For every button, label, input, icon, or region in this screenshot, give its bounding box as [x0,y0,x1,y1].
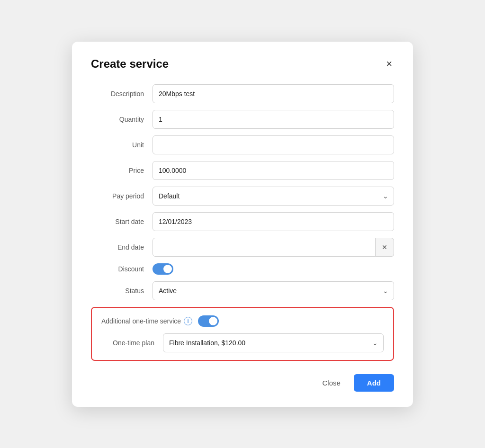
modal-footer: Close Add [91,374,394,392]
additional-info-icon: i [184,317,192,325]
status-select-wrapper: Active Inactive Suspended ⌄ [153,281,394,300]
start-date-row: Start date [91,212,394,231]
modal-title: Create service [91,57,169,71]
end-date-clear-button[interactable]: ✕ [375,238,394,257]
close-button[interactable]: Close [314,375,348,391]
end-date-clear-icon: ✕ [382,243,387,251]
end-date-input[interactable] [153,238,394,257]
end-date-wrapper: ✕ [153,238,394,257]
additional-toggle-row: Additional one-time service i [101,315,384,327]
discount-toggle-slider [153,263,173,275]
one-time-plan-label: One-time plan [101,339,163,347]
quantity-row: Quantity [91,110,394,129]
additional-label: Additional one-time service [101,317,181,325]
modal-overlay: Create service × Description Quantity Un… [0,0,485,448]
status-label: Status [91,287,153,295]
status-select[interactable]: Active Inactive Suspended [153,281,394,300]
price-label: Price [91,167,153,174]
additional-toggle-slider [198,315,219,327]
quantity-label: Quantity [91,116,153,123]
add-button[interactable]: Add [354,374,394,392]
pay-period-row: Pay period Default Monthly Yearly ⌄ [91,187,394,206]
start-date-label: Start date [91,218,153,225]
form-container: Description Quantity Unit Price Pay peri… [91,84,394,300]
start-date-input[interactable] [153,212,394,231]
end-date-label: End date [91,243,153,251]
unit-row: Unit [91,135,394,154]
one-time-plan-row: One-time plan Fibre Installation, $120.0… [101,333,384,352]
modal-header: Create service × [91,57,394,71]
one-time-plan-select[interactable]: Fibre Installation, $120.00 [163,333,384,352]
unit-input[interactable] [153,135,394,154]
discount-toggle[interactable] [153,263,173,275]
description-label: Description [91,90,153,98]
additional-one-time-section: Additional one-time service i One-time p… [91,307,394,361]
discount-toggle-wrapper [153,263,173,275]
status-row: Status Active Inactive Suspended ⌄ [91,281,394,300]
discount-row: Discount [91,263,394,275]
price-input[interactable] [153,161,394,180]
one-time-plan-select-wrapper: Fibre Installation, $120.00 ⌄ [163,333,384,352]
discount-label: Discount [91,265,153,273]
price-row: Price [91,161,394,180]
additional-toggle[interactable] [198,315,219,327]
pay-period-label: Pay period [91,192,153,200]
pay-period-select-wrapper: Default Monthly Yearly ⌄ [153,187,394,206]
description-input[interactable] [153,84,394,103]
end-date-row: End date ✕ [91,238,394,257]
description-row: Description [91,84,394,103]
pay-period-select[interactable]: Default Monthly Yearly [153,187,394,206]
modal-close-button[interactable]: × [384,57,394,71]
unit-label: Unit [91,141,153,149]
create-service-modal: Create service × Description Quantity Un… [72,42,413,407]
quantity-input[interactable] [153,110,394,129]
